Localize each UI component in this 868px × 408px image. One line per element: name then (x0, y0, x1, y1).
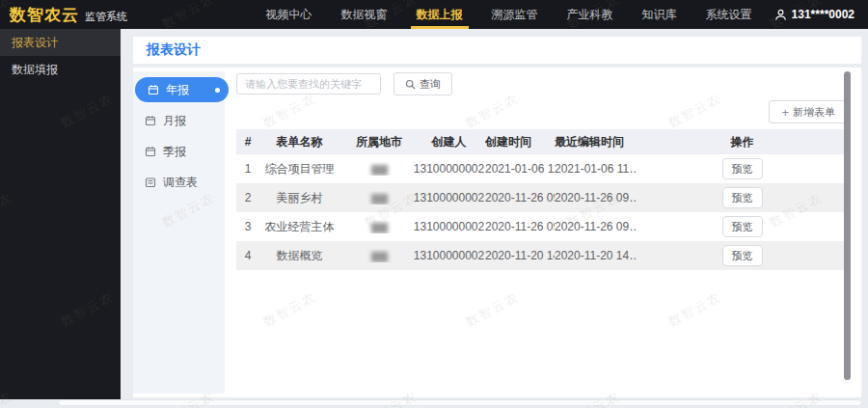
search-row: 查询 (236, 72, 848, 95)
left-sidebar: 报表设计 数据填报 (0, 29, 121, 399)
page-title: 报表设计 (147, 41, 201, 59)
row-index: 3 (236, 220, 254, 233)
add-row: + 新增表单 (236, 100, 848, 123)
city-masked: ███ (345, 191, 413, 204)
redacted-text: ███ (371, 194, 387, 204)
user-icon (774, 9, 787, 21)
tab-label: 季报 (163, 144, 186, 160)
logo-subtitle: 监管系统 (85, 10, 127, 24)
redacted-text: ███ (371, 252, 387, 261)
tab-survey-form[interactable]: 调查表 (145, 170, 225, 195)
content-panel: 年报 月报 (133, 68, 861, 397)
header-city: 所属地市 (345, 134, 413, 150)
app-logo: 数智农云 监管系统 (10, 4, 127, 26)
header-created: 创建时间 (485, 134, 555, 150)
topbar: 数智农云 监管系统 视频中心 数据视窗 数据上报 溯源监管 产业科教 知识库 系… (0, 0, 868, 29)
row-index: 4 (236, 249, 254, 262)
edited-time: 2021-01-06 11… (555, 162, 637, 176)
form-name: 美丽乡村 (254, 190, 345, 206)
report-list-content: 查询 + 新增表单 # 表单名称 所属地市 创建人 创建时间 最近编辑时间 操作 (236, 70, 848, 270)
user-account[interactable]: 131****0002 (774, 8, 854, 21)
search-button-label: 查询 (420, 77, 441, 92)
form-name: 农业经营主体 (254, 219, 345, 235)
calendar-icon (148, 84, 159, 95)
edited-time: 2020-11-20 14… (555, 249, 637, 262)
nav-item-system-settings[interactable]: 系统设置 (692, 0, 767, 29)
add-form-button[interactable]: + 新增表单 (769, 100, 848, 123)
table-header: # 表单名称 所属地市 创建人 创建时间 最近编辑时间 操作 (236, 129, 848, 154)
created-time: 2021-01-06 11… (485, 162, 555, 176)
created-time: 2020-11-26 09… (485, 220, 555, 233)
page-header: 报表设计 (133, 37, 861, 64)
edited-time: 2020-11-26 09… (555, 191, 637, 204)
city-masked: ███ (345, 162, 413, 176)
search-button[interactable]: 查询 (393, 72, 452, 95)
active-dot-icon (215, 88, 220, 93)
nav-item-video-center[interactable]: 视频中心 (252, 0, 327, 29)
form-name: 综合项目管理 (254, 161, 345, 177)
header-creator: 创建人 (413, 134, 485, 150)
nav-item-knowledge-base[interactable]: 知识库 (628, 0, 692, 29)
logo-title: 数智农云 (10, 4, 79, 26)
tab-label: 调查表 (163, 175, 198, 191)
plus-icon: + (781, 106, 789, 119)
action-cell: 预览 (637, 158, 848, 179)
table-row[interactable]: 4 数据概览 ███ 13100000002 2020-11-20 14… 20… (236, 241, 848, 270)
created-time: 2020-11-26 09… (485, 191, 555, 204)
main-area: 报表设计 年报 (121, 29, 868, 408)
nav-item-industry-education[interactable]: 产业科教 (553, 0, 628, 29)
horizontal-scrollbar[interactable] (58, 399, 862, 406)
city-masked: ███ (345, 220, 413, 233)
table-row[interactable]: 3 农业经营主体 ███ 13100000002 2020-11-26 09… … (236, 212, 848, 241)
row-index: 1 (236, 162, 254, 176)
edited-time: 2020-11-26 09… (555, 220, 637, 233)
action-cell: 预览 (637, 187, 848, 208)
forms-table: # 表单名称 所属地市 创建人 创建时间 最近编辑时间 操作 1 综合项目管理 … (236, 129, 848, 270)
row-index: 2 (236, 191, 254, 204)
header-index: # (236, 135, 254, 149)
preview-button[interactable]: 预览 (722, 245, 763, 266)
tab-quarterly-report[interactable]: 季报 (145, 139, 225, 164)
creator: 13100000002 (413, 191, 485, 204)
header-edited: 最近编辑时间 (555, 134, 637, 150)
top-nav: 视频中心 数据视窗 数据上报 溯源监管 产业科教 知识库 系统设置 (252, 0, 767, 29)
redacted-text: ███ (371, 223, 387, 232)
header-action: 操作 (637, 134, 848, 150)
table-row[interactable]: 1 综合项目管理 ███ 13100000002 2021-01-06 11… … (236, 154, 848, 183)
calendar-icon (145, 146, 156, 157)
created-time: 2020-11-20 14… (485, 249, 555, 262)
nav-item-data-report[interactable]: 数据上报 (402, 0, 477, 29)
table-row[interactable]: 2 美丽乡村 ███ 13100000002 2020-11-26 09… 20… (236, 183, 848, 212)
creator: 13100000002 (413, 249, 485, 262)
sidebar-item-report-design[interactable]: 报表设计 (0, 29, 121, 56)
preview-button[interactable]: 预览 (722, 187, 763, 208)
sidebar-item-data-fill[interactable]: 数据填报 (0, 56, 121, 83)
creator: 13100000002 (413, 162, 485, 176)
vertical-scrollbar[interactable] (844, 71, 851, 380)
redacted-text: ███ (371, 165, 387, 175)
form-icon (145, 177, 156, 188)
add-form-label: 新增表单 (793, 105, 835, 120)
report-type-rail: 年报 月报 (133, 71, 225, 394)
tab-label: 年报 (166, 82, 189, 98)
creator: 13100000002 (413, 220, 485, 233)
form-name: 数据概览 (254, 248, 345, 264)
action-cell: 预览 (637, 216, 848, 237)
search-icon (405, 79, 416, 90)
tab-monthly-report[interactable]: 月报 (145, 108, 225, 133)
city-masked: ███ (345, 249, 413, 262)
tab-label: 月报 (163, 113, 186, 129)
preview-button[interactable]: 预览 (722, 216, 763, 237)
user-phone: 131****0002 (792, 8, 854, 21)
search-input[interactable] (236, 73, 381, 95)
action-cell: 预览 (637, 245, 848, 266)
header-name: 表单名称 (254, 134, 345, 150)
nav-item-trace-supervision[interactable]: 溯源监管 (477, 0, 553, 29)
preview-button[interactable]: 预览 (722, 158, 763, 179)
tab-annual-report[interactable]: 年报 (135, 77, 229, 102)
nav-item-data-window[interactable]: 数据视窗 (327, 0, 402, 29)
calendar-icon (145, 115, 156, 126)
